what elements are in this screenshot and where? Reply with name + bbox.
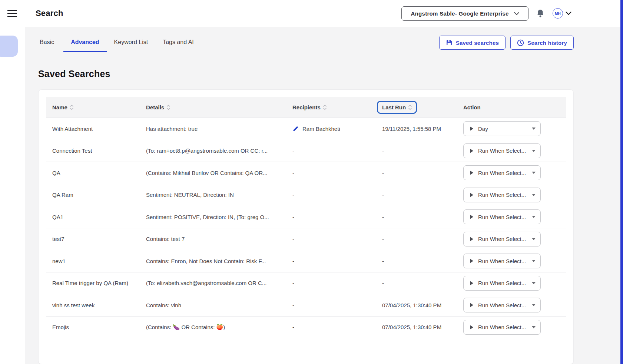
organization-selector-value: Angstrom Sable- Google Enterprise [411,10,508,17]
run-action-dropdown[interactable]: Run When Select... [463,298,541,312]
dropdown-caret-icon[interactable] [532,128,536,130]
menu-icon[interactable] [7,9,17,19]
recipient-name: - [292,302,294,308]
run-action-label: Run When Select... [478,192,527,198]
dropdown-caret-icon[interactable] [532,150,536,152]
search-details: (To: ram+oct8.p@angstromsable.com OR CC:… [146,148,292,154]
play-icon[interactable] [470,215,473,219]
saved-searches-button[interactable]: Saved searches [439,36,506,50]
last-run-value: - [382,214,463,220]
last-run-value: - [382,192,463,198]
recipient-name: - [292,236,294,242]
run-action-dropdown[interactable]: Run When Select... [463,188,541,202]
run-action-dropdown[interactable]: Day [463,121,541,136]
last-run-value: - [382,148,463,154]
tab-advanced[interactable]: Advanced [63,35,106,52]
table-row: Connection Test (To: ram+oct8.p@angstrom… [46,140,566,162]
saved-search-link[interactable]: new1 [52,258,66,264]
run-action-dropdown[interactable]: Run When Select... [463,209,541,224]
sort-icon[interactable] [167,105,170,110]
saved-search-link[interactable]: QA [52,170,60,176]
saved-searches-card: Name Details Recipients Last Run Action [38,89,574,364]
tab-basic[interactable]: Basic [38,35,63,52]
run-action-dropdown[interactable]: Run When Select... [463,143,541,158]
search-details: Sentiment: POSITIVE, Direction: IN, (To:… [146,214,292,220]
tab-tags-and-ai[interactable]: Tags and AI [155,35,201,52]
saved-search-link[interactable]: Real Time trigger by QA (Ram) [52,280,128,286]
search-details: (Contains: 🍆 OR Contains: 🍑) [146,324,292,331]
last-run-value: 07/04/2025, 1:30:40 PM [382,302,463,308]
table-row: With Attachment Has attachment: true Ram… [46,118,566,140]
recipient-cell: - [292,214,382,220]
recipient-cell: - [292,302,382,308]
avatar[interactable]: MH [553,8,563,19]
right-edge-scroll-strip[interactable] [620,0,623,364]
run-action-dropdown[interactable]: Run When Select... [463,276,541,291]
recipient-cell: - [292,280,382,286]
clock-icon [517,39,524,46]
dropdown-caret-icon[interactable] [532,326,536,328]
saved-search-link[interactable]: QA Ram [52,192,73,198]
notifications-icon[interactable] [536,9,544,18]
tab-keyword-list[interactable]: Keyword List [107,35,156,52]
recipient-name: - [292,324,294,330]
table-row: test7 Contains: test 7 - - Run When Sele… [46,228,566,250]
recipient-name: - [292,192,294,198]
recipient-cell: - [292,148,382,154]
saved-searches-label: Saved searches [456,40,499,46]
sort-icon[interactable] [408,105,412,110]
table-row: vinh ss test week Contains: vinh - 07/04… [46,294,566,316]
run-action-dropdown[interactable]: Run When Select... [463,232,541,246]
dropdown-caret-icon[interactable] [532,172,536,174]
play-icon[interactable] [470,237,473,241]
saved-search-link[interactable]: Emojis [52,324,69,330]
dropdown-caret-icon[interactable] [532,304,536,306]
recipient-cell: Ram Bachkheti [292,126,382,132]
sort-icon[interactable] [70,105,73,110]
search-history-button[interactable]: Search history [510,36,574,50]
column-header-recipients[interactable]: Recipients [292,104,382,110]
dropdown-caret-icon[interactable] [532,260,536,262]
column-header-details[interactable]: Details [146,104,292,110]
run-action-label: Run When Select... [478,170,527,176]
last-run-value: - [382,280,463,286]
search-details: Contains: vinh [146,302,292,308]
pencil-icon[interactable] [292,126,299,132]
play-icon[interactable] [470,171,473,175]
dropdown-caret-icon[interactable] [532,282,536,284]
recipient-name: - [292,148,294,154]
table-row: QA1 Sentiment: POSITIVE, Direction: IN, … [46,206,566,228]
run-action-dropdown[interactable]: Run When Select... [463,165,541,180]
run-action-label: Run When Select... [478,324,527,330]
play-icon[interactable] [470,325,473,330]
run-action-label: Run When Select... [478,280,527,286]
sidebar-active-item-pill[interactable] [0,36,18,57]
floppy-save-icon [446,39,453,46]
play-icon[interactable] [470,193,473,197]
dropdown-caret-icon[interactable] [532,216,536,218]
last-run-value: - [382,170,463,176]
organization-selector[interactable]: Angstrom Sable- Google Enterprise [401,6,528,21]
search-history-label: Search history [527,40,567,46]
recipient-name: - [292,170,294,176]
run-action-dropdown[interactable]: Run When Select... [463,254,541,268]
saved-search-link[interactable]: QA1 [52,214,63,220]
play-icon[interactable] [470,149,473,153]
saved-search-link[interactable]: test7 [52,236,64,242]
dropdown-caret-icon[interactable] [532,194,536,196]
sort-icon[interactable] [323,105,327,110]
play-icon[interactable] [470,303,473,307]
user-menu-chevron-icon[interactable] [566,11,571,15]
column-header-name[interactable]: Name [46,104,146,110]
play-icon[interactable] [470,259,473,263]
search-details: Contains: test 7 [146,236,292,242]
saved-search-link[interactable]: Connection Test [52,148,92,154]
play-icon[interactable] [470,126,473,131]
saved-search-link[interactable]: vinh ss test week [52,302,95,308]
play-icon[interactable] [470,281,473,285]
column-header-last-run[interactable]: Last Run [382,101,463,114]
saved-search-link[interactable]: With Attachment [52,126,93,132]
run-action-label: Run When Select... [478,258,527,264]
run-action-dropdown[interactable]: Run When Select... [463,320,541,335]
dropdown-caret-icon[interactable] [532,238,536,240]
